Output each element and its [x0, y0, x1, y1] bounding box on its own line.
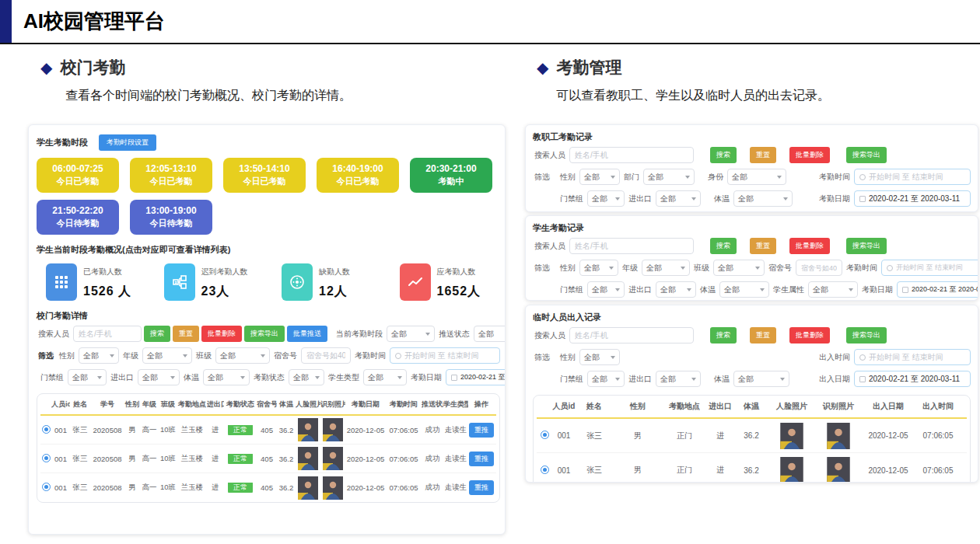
temp-time-range-input[interactable]: 开始时间 至 结束时间	[854, 349, 971, 365]
student-attr-select[interactable]: 全部	[808, 281, 858, 298]
student-search-input[interactable]	[569, 238, 694, 254]
search-input[interactable]	[73, 326, 142, 342]
stat-expected[interactable]: 应考勤人数 1652人	[400, 263, 501, 301]
student-batch-delete-button[interactable]: 批量删除	[789, 238, 830, 254]
student-class-select[interactable]: 全部	[713, 260, 765, 276]
stat-label: 应考勤人数	[437, 267, 481, 277]
grade-label: 年级	[621, 263, 639, 274]
face-photo	[298, 447, 318, 470]
staff-search-button[interactable]: 搜索	[710, 147, 737, 163]
att-date-label: 考勤日期	[860, 284, 894, 295]
attendance-management-section: ◆ 考勤管理 可以查看教职工、学生以及临时人员的出去记录。 教职工考勤记录 搜索…	[513, 44, 980, 535]
reset-button[interactable]: 重置	[173, 326, 199, 342]
temp-export-button[interactable]: 搜索导出	[846, 327, 887, 343]
stat-value: 1652人	[437, 284, 481, 300]
staff-date-range-input[interactable]: 2020-02-21 至 2020-03-11	[854, 190, 971, 207]
row-radio[interactable]	[42, 454, 51, 462]
student-search-button[interactable]: 搜索	[710, 238, 737, 254]
temp-gate-group-select[interactable]: 全部	[587, 371, 625, 387]
temp-temperature-select[interactable]: 全部	[733, 371, 789, 387]
export-button[interactable]: 搜索导出	[244, 326, 285, 342]
batch-delete-button[interactable]: 批量删除	[201, 326, 242, 342]
staff-batch-delete-button[interactable]: 批量删除	[789, 147, 830, 163]
staff-panel-title: 教职工考勤记录	[533, 131, 971, 143]
stat-absent[interactable]: 缺勤人数 12人	[282, 263, 383, 301]
row-radio[interactable]	[541, 466, 549, 474]
current-period-select[interactable]: 全部	[387, 326, 435, 342]
temp-search-input[interactable]	[569, 327, 694, 343]
chevron-down-icon	[110, 354, 114, 357]
student-panel-title: 学生考勤记录	[533, 222, 971, 234]
student-date-range-input[interactable]: 2020-02-21 至 2020-03-11	[897, 281, 978, 298]
staff-reset-button[interactable]: 重置	[750, 147, 776, 163]
temp-batch-delete-button[interactable]: 批量删除	[789, 327, 830, 343]
gender-select[interactable]: 全部	[79, 347, 119, 364]
gender-label: 性别	[558, 172, 577, 183]
stat-attended[interactable]: 已考勤人数 1526 人	[46, 263, 147, 301]
batch-push-button[interactable]: 批量推送	[287, 326, 327, 342]
staff-search-input[interactable]	[569, 147, 694, 163]
chevron-down-icon	[611, 176, 615, 179]
staff-export-button[interactable]: 搜索导出	[846, 147, 887, 163]
current-period-label: 当前考勤时段	[334, 329, 384, 340]
student-export-button[interactable]: 搜索导出	[846, 238, 887, 254]
dorm-label: 宿舍号	[272, 350, 299, 361]
class-select[interactable]: 全部	[215, 347, 270, 364]
repush-button[interactable]: 重推	[469, 480, 494, 495]
student-records-panel: 学生考勤记录 搜索人员 搜索 重置 批量删除 搜索导出 筛选 性别 全部 年级 …	[525, 215, 978, 301]
calendar-icon	[451, 375, 457, 381]
student-temperature-select[interactable]: 全部	[719, 281, 769, 298]
student-type-select[interactable]: 全部	[363, 369, 407, 385]
staff-gender-select[interactable]: 全部	[579, 169, 620, 185]
temp-date-range-input[interactable]: 2020-02-21 至 2020-03-11	[854, 371, 971, 387]
chevron-down-icon	[685, 176, 690, 179]
student-grade-select[interactable]: 全部	[642, 260, 690, 276]
staff-identity-select[interactable]: 全部	[727, 169, 786, 185]
temp-search-button[interactable]: 搜索	[710, 327, 737, 343]
section-desc-gate: 查看各个时间端的校门考勤概况、校门考勤的详情。	[65, 88, 513, 104]
gate-group-select[interactable]: 全部	[68, 369, 107, 385]
att-time-label: 考勤时间	[817, 172, 852, 183]
stat-label: 已考勤人数	[83, 267, 131, 277]
temp-entrance-select[interactable]: 全部	[656, 371, 701, 387]
search-button[interactable]: 搜索	[144, 326, 170, 342]
temp-panel-title: 临时人员出入记录	[533, 312, 971, 323]
dorm-input[interactable]	[301, 347, 351, 364]
gender-label: 性别	[58, 350, 76, 361]
staff-entrance-select[interactable]: 全部	[656, 190, 701, 207]
row-radio[interactable]	[541, 431, 549, 439]
staff-dept-select[interactable]: 全部	[643, 169, 695, 185]
repush-button[interactable]: 重推	[469, 423, 494, 438]
temp-gender-select[interactable]: 全部	[579, 349, 620, 365]
student-time-range-input[interactable]: 开始时间 至 结束时间	[881, 260, 978, 276]
row-radio[interactable]	[42, 425, 51, 434]
period-time: 13:50-14:10	[239, 163, 289, 174]
temp-reset-button[interactable]: 重置	[750, 327, 776, 343]
att-time-range-input[interactable]: 开始时间 至 结束时间	[390, 347, 500, 364]
face-photo	[780, 423, 803, 449]
temporary-records-table: 人员id 姓名 性别 考勤地点 进出口 体温 人脸照片 识别照片 出入日期 出入…	[533, 395, 971, 483]
repush-button[interactable]: 重推	[469, 452, 494, 466]
period-status: 今日已考勤	[337, 176, 380, 187]
student-dorm-input[interactable]	[796, 260, 842, 276]
student-entrance-select[interactable]: 全部	[656, 281, 696, 298]
header-accent-bar	[0, 0, 12, 43]
att-status-select[interactable]: 全部	[289, 369, 324, 385]
grade-select[interactable]: 全部	[142, 347, 192, 364]
staff-gate-group-select[interactable]: 全部	[587, 190, 625, 207]
period-settings-button[interactable]: 考勤时段设置	[99, 134, 156, 151]
temperature-select[interactable]: 全部	[203, 369, 250, 385]
student-gate-group-select[interactable]: 全部	[587, 281, 625, 298]
att-date-label: 考勤日期	[409, 372, 443, 383]
staff-temperature-select[interactable]: 全部	[733, 190, 793, 207]
staff-time-range-input[interactable]: 开始时间 至 结束时间	[854, 169, 971, 185]
student-reset-button[interactable]: 重置	[750, 238, 776, 254]
student-gender-select[interactable]: 全部	[579, 260, 618, 276]
stat-late[interactable]: 迟到考勤人数 23人	[164, 263, 265, 301]
att-date-range-input[interactable]: 2020-02-21 至 2020-03-11	[446, 369, 506, 385]
table-row: 001 张三 男 正门 进 36.2 2020-12-05 07:06:05	[537, 453, 967, 483]
row-radio[interactable]	[42, 483, 51, 491]
chevron-down-icon	[615, 378, 620, 381]
entrance-select[interactable]: 全部	[138, 369, 180, 385]
push-status-select[interactable]: 全部	[474, 326, 506, 342]
